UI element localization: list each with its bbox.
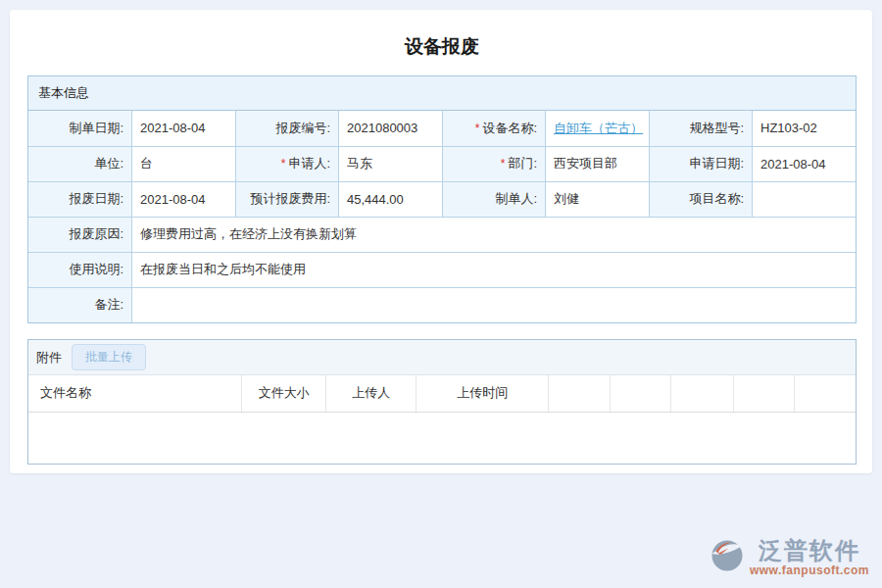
row-3: 报废日期: 2021-08-04 预计报废费用: 45,444.00 制单人: …: [28, 181, 856, 217]
value-unit: 台: [132, 146, 236, 181]
value-spec-model: HZ103-02: [753, 111, 857, 146]
brand-url: www.fanpusoft.com: [750, 564, 869, 577]
label-make-date: 制单日期:: [28, 111, 132, 146]
row-2: 单位: 台 *申请人: 马东 *部门: 西安项目部 申请日期: 2021-08-…: [28, 146, 856, 181]
label-department: *部门:: [442, 146, 546, 181]
attachments-header-row: 文件名称 文件大小 上传人 上传时间: [28, 375, 856, 412]
label-maker: 制单人:: [442, 181, 546, 217]
basic-info-section: 基本信息 制单日期: 2021-08-04 报废编号: 2021080003 *…: [27, 75, 857, 323]
attachments-header-label: 附件: [36, 349, 62, 367]
label-estimated-cost: 预计报废费用:: [235, 181, 339, 217]
value-make-date: 2021-08-04: [132, 111, 236, 146]
label-unit: 单位:: [28, 146, 132, 181]
value-remark: [132, 287, 857, 322]
label-usage-note: 使用说明:: [28, 252, 132, 287]
value-project-name: [753, 181, 857, 217]
form-card: 设备报废 基本信息 制单日期: 2021-08-04 报废编号: 2021080…: [10, 10, 872, 473]
label-device-name: *设备名称:: [442, 111, 546, 146]
required-marker: *: [281, 157, 286, 171]
label-scrap-date: 报废日期:: [28, 181, 132, 217]
attachments-section: 附件 批量上传 文件名称 文件大小 上传人 上传时间: [27, 339, 857, 465]
basic-info-header: 基本信息: [28, 76, 856, 111]
fanpu-logo-icon: [710, 538, 745, 577]
column-header-empty-3: [671, 375, 733, 412]
column-header-empty-4: [733, 375, 794, 412]
value-estimated-cost: 45,444.00: [339, 181, 443, 217]
column-header-empty-1: [549, 375, 610, 412]
label-scrap-no: 报废编号:: [235, 111, 339, 146]
column-header-uploader: 上传人: [326, 375, 416, 412]
brand-logo: 泛普软件 www.fanpusoft.com: [710, 538, 869, 577]
label-applicant: *申请人:: [235, 146, 339, 181]
required-marker: *: [501, 157, 506, 171]
value-applicant: 马东: [339, 146, 443, 181]
basic-info-table: 制单日期: 2021-08-04 报废编号: 2021080003 *设备名称:…: [28, 111, 856, 322]
value-device-name: 自卸车（芒古）: [546, 111, 650, 146]
row-1: 制单日期: 2021-08-04 报废编号: 2021080003 *设备名称:…: [28, 111, 856, 146]
batch-upload-button[interactable]: 批量上传: [72, 344, 146, 370]
row-4: 报废原因: 修理费用过高，在经济上没有换新划算: [28, 217, 856, 252]
required-marker: *: [475, 122, 480, 135]
label-apply-date: 申请日期:: [649, 146, 753, 181]
value-scrap-no: 2021080003: [339, 111, 443, 146]
value-department: 西安项目部: [546, 146, 650, 181]
label-scrap-reason: 报废原因:: [28, 217, 132, 252]
page-title: 设备报废: [27, 10, 857, 59]
value-scrap-reason: 修理费用过高，在经济上没有换新划算: [132, 217, 857, 252]
attachments-empty-body: [28, 413, 856, 464]
label-project-name: 项目名称:: [649, 181, 753, 217]
label-spec-model: 规格型号:: [649, 111, 753, 146]
value-scrap-date: 2021-08-04: [132, 181, 236, 217]
attachments-header: 附件 批量上传: [28, 340, 856, 375]
column-header-upload-time: 上传时间: [416, 375, 549, 412]
column-header-file-name: 文件名称: [28, 375, 242, 412]
label-remark: 备注:: [28, 287, 132, 322]
row-5: 使用说明: 在报废当日和之后均不能使用: [28, 252, 856, 287]
row-6: 备注:: [28, 287, 856, 322]
brand-name: 泛普软件: [759, 538, 860, 563]
value-maker: 刘健: [546, 181, 650, 217]
value-apply-date: 2021-08-04: [753, 146, 857, 181]
column-header-file-size: 文件大小: [242, 375, 326, 412]
column-header-empty-5: [795, 375, 857, 412]
value-usage-note: 在报废当日和之后均不能使用: [132, 252, 857, 287]
device-name-link[interactable]: 自卸车（芒古）: [554, 121, 643, 135]
attachments-table: 文件名称 文件大小 上传人 上传时间: [28, 375, 856, 413]
column-header-empty-2: [610, 375, 670, 412]
